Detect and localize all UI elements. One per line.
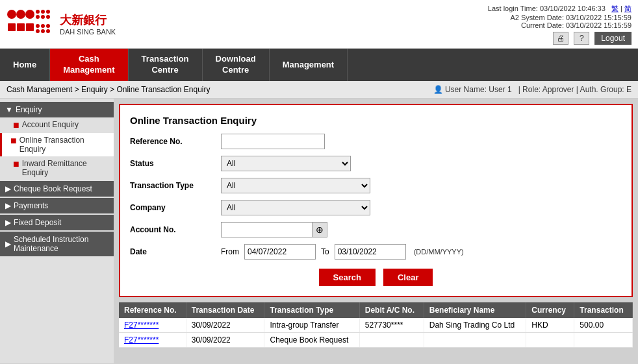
company-select[interactable]: All [221,200,370,215]
status-row: Status All Pending Approved Rejected Com… [130,156,622,171]
ref-link-0[interactable]: F27******* [124,321,159,330]
svg-point-1 [16,10,25,19]
svg-point-3 [36,10,40,14]
cell-type-0: Intra-group Transfer [264,318,359,333]
account-no-label: Account No. [130,225,221,234]
help-icon[interactable]: ? [574,32,589,45]
online-transaction-enquiry-form: Online Transaction Enquiry Reference No.… [119,104,633,297]
main-nav: Home Cash Management Transaction Centre … [0,49,638,81]
lang-sc[interactable]: 简 [624,5,632,12]
arrow-icon: ▼ [5,105,13,114]
a2-system-date: A2 System Date: 03/10/2022 15:15:59 [488,14,632,21]
sidebar-item-inward-remittance[interactable]: ■ Inward Remittance Enquiry [0,156,114,180]
account-no-row: Account No. ⊕ [130,222,622,237]
logout-button[interactable]: Logout [594,32,632,45]
sidebar-section-enquiry: ▼ Enquiry ■ Account Enquiry ■ Online Tra… [0,102,114,180]
svg-rect-10 [17,23,25,31]
col-debit-ac: Debit A/C No. [359,302,424,318]
svg-point-8 [46,15,50,19]
nav-management[interactable]: Management [270,49,348,81]
svg-point-4 [41,10,45,14]
sidebar-header-enquiry[interactable]: ▼ Enquiry [0,102,114,117]
col-transaction-type: Transaction Type [264,302,359,318]
svg-point-16 [41,29,45,33]
cell-bene-1 [424,333,526,348]
company-row: Company All [130,200,622,215]
date-from-label: From [221,247,239,256]
reference-no-row: Reference No. [130,134,622,149]
svg-point-6 [36,15,40,19]
nav-transaction-centre[interactable]: Transaction Centre [129,49,203,81]
cell-ref-0: F27******* [119,318,186,333]
transaction-type-select[interactable]: All Intra-group Transfer Cheque Book Req… [221,178,370,193]
arrow-right-icon: ▶ [5,184,11,193]
svg-point-5 [46,10,50,14]
sidebar-item-account-enquiry[interactable]: ■ Account Enquiry [0,117,114,133]
sidebar-header-fixed-deposit[interactable]: ▶ Fixed Deposit [0,215,114,230]
status-select[interactable]: All Pending Approved Rejected Completed [221,156,351,171]
svg-point-15 [36,29,40,33]
bullet-icon-inward: ■ [13,159,19,169]
cell-debit-0: 527730**** [359,318,424,333]
transaction-type-label: Transaction Type [130,181,221,190]
sidebar: ▼ Enquiry ■ Account Enquiry ■ Online Tra… [0,99,114,363]
user-name: User Name: User 1 [445,85,512,94]
clear-button[interactable]: Clear [383,269,433,286]
date-to-label: To [321,247,329,256]
print-icon[interactable]: 🖨 [553,32,568,45]
date-from-input[interactable] [244,244,316,260]
transaction-type-row: Transaction Type All Intra-group Transfe… [130,178,622,193]
bank-name-cn: 大新銀行 [60,12,116,28]
table-row: F27******* 30/09/2022 Cheque Book Reques… [119,333,633,348]
form-buttons: Search Clear [130,269,622,286]
date-to-input[interactable] [335,244,406,260]
sidebar-header-scheduled[interactable]: ▶ Scheduled Instruction Maintenance [0,232,114,256]
reference-no-input[interactable] [221,134,325,149]
date-group: From To (DD/MM/YYYY) [221,244,464,260]
sidebar-label-cheque: Cheque Book Request [14,184,92,193]
sidebar-label-online-transaction-enquiry: Online Transaction Enquiry [19,136,111,154]
account-no-wrap: ⊕ [221,222,327,237]
sidebar-label-scheduled: Scheduled Instruction Maintenance [14,235,108,253]
ref-link-1[interactable]: F27******* [124,335,159,345]
date-row: Date From To (DD/MM/YYYY) [130,244,622,260]
current-date: Current Date: 03/10/2022 15:15:59 [488,21,632,29]
sidebar-label-payments: Payments [14,201,48,210]
svg-point-0 [7,10,16,19]
sidebar-item-online-transaction-enquiry[interactable]: ■ Online Transaction Enquiry [0,133,114,156]
cell-amount-0: 500.00 [574,318,633,333]
sidebar-header-payments[interactable]: ▶ Payments [0,198,114,213]
svg-point-7 [41,15,45,19]
cell-debit-1 [359,333,424,348]
svg-rect-11 [26,23,34,31]
svg-point-14 [46,24,50,28]
sidebar-section-payments: ▶ Payments [0,198,114,213]
col-beneficiary: Beneficiary Name [424,302,526,318]
arrow-right-icon-fd: ▶ [5,218,11,227]
form-title: Online Transaction Enquiry [130,115,622,126]
account-search-button[interactable]: ⊕ [312,222,327,237]
company-label: Company [130,203,221,212]
nav-home[interactable]: Home [0,49,50,81]
bank-logo: 大新銀行 DAH SING BANK [6,8,116,40]
nav-cash-management[interactable]: Cash Management [50,49,128,81]
cell-bene-0: Dah Sing Trading Co Ltd [424,318,526,333]
svg-rect-9 [8,23,16,31]
user-role: | Role: Approver | Auth. Group: E [518,85,632,94]
bank-name-en: DAH SING BANK [60,28,116,36]
account-no-input[interactable] [221,222,312,237]
cell-date-0: 30/09/2022 [186,318,264,333]
svg-point-13 [41,24,45,28]
sidebar-section-cheque: ▶ Cheque Book Request [0,181,114,197]
col-transaction-amt: Transaction [574,302,633,318]
nav-download-centre[interactable]: Download Centre [203,49,270,81]
col-currency: Currency [526,302,574,318]
bullet-icon: ■ [13,120,19,130]
search-button[interactable]: Search [319,269,376,286]
lang-tc[interactable]: 繁 [611,5,619,12]
sidebar-label-fixed-deposit: Fixed Deposit [14,218,61,227]
arrow-right-icon-sched: ▶ [5,239,11,249]
last-login-text: Last login Time: 03/10/2022 10:46:33 [488,5,606,12]
logo-icon [6,8,52,40]
sidebar-header-cheque[interactable]: ▶ Cheque Book Request [0,181,114,197]
